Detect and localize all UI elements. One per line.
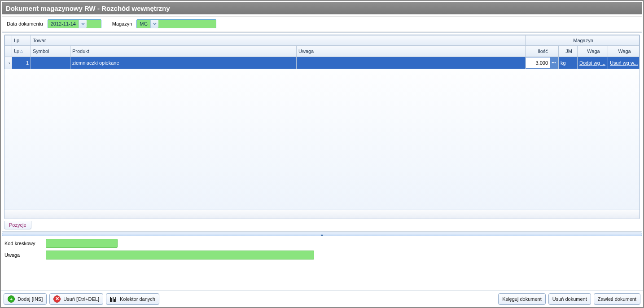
date-label: Data dokumentu	[5, 21, 45, 26]
warehouse-value: MG	[137, 21, 150, 26]
delete-document-label: Usuń dokument	[552, 296, 587, 302]
collector-button-label: Kolektor danych	[120, 296, 155, 302]
table-row[interactable]: › 1 ziemniaczki opiekane 3.000 ••• kg	[5, 57, 640, 69]
cell-lp[interactable]: 1	[12, 57, 31, 69]
col-header-lp[interactable]: Lp△	[12, 46, 31, 57]
suspend-document-label: Zawieś dokument	[598, 296, 636, 302]
group-header-magazyn[interactable]: Magazyn	[526, 35, 640, 46]
tab-pozycje[interactable]: Pozycje	[4, 221, 31, 229]
col-header-ilosc[interactable]: Ilość	[526, 46, 559, 57]
col-header-waga2[interactable]: Waga	[608, 46, 640, 57]
post-document-button[interactable]: Księguj dokument	[498, 293, 545, 305]
col-header-uwaga[interactable]: Uwaga	[297, 46, 526, 57]
warehouse-dropdown-button[interactable]	[150, 20, 158, 28]
splitter-grip-icon: ▲	[320, 233, 324, 236]
cell-uwaga[interactable]	[297, 57, 526, 69]
date-dropdown-button[interactable]	[79, 20, 87, 28]
remove-button[interactable]: ✕ Usuń [Ctrl+DEL]	[49, 293, 103, 305]
plus-icon: +	[8, 295, 15, 303]
date-select[interactable]: 2012-11-14	[48, 19, 101, 28]
col-header-waga1[interactable]: Waga	[578, 46, 608, 57]
col-header-symbol[interactable]: Symbol	[31, 46, 70, 57]
chevron-down-icon	[81, 22, 85, 26]
col-header-indicator[interactable]	[5, 46, 12, 57]
footer-toolbar: + Dodaj [INS] ✕ Usuń [Ctrl+DEL] Kolektor…	[1, 290, 643, 307]
bottom-form: Kod kreskowy Uwaga	[1, 236, 643, 290]
warehouse-label: Magazyn	[110, 21, 134, 26]
grid-footer-strip	[4, 210, 640, 219]
add-button-label: Dodaj [INS]	[18, 296, 43, 302]
horizontal-splitter[interactable]: ▲	[2, 233, 642, 236]
group-header-row: Lp Towar Magazyn	[5, 35, 640, 46]
note-input[interactable]	[46, 251, 314, 260]
group-header-empty[interactable]	[5, 35, 12, 46]
add-button[interactable]: + Dodaj [INS]	[4, 293, 47, 305]
col-header-jm[interactable]: JM	[559, 46, 578, 57]
grid-tabs: Pozycje	[4, 221, 640, 229]
grid-inner: Lp Towar Magazyn Lp△ Symbol Produkt Uwag…	[4, 35, 640, 219]
row-indicator: ›	[5, 57, 12, 69]
ilosc-lookup-button[interactable]: •••	[550, 57, 558, 68]
group-header-towar[interactable]: Towar	[31, 35, 526, 46]
delete-icon: ✕	[53, 295, 61, 303]
col-header-produkt[interactable]: Produkt	[70, 46, 297, 57]
sort-asc-icon: △	[20, 49, 23, 53]
cell-waga-remove[interactable]: Usuń wg w...	[608, 57, 640, 69]
remove-button-label: Usuń [Ctrl+DEL]	[63, 296, 99, 302]
items-table[interactable]: Lp Towar Magazyn Lp△ Symbol Produkt Uwag…	[4, 35, 640, 69]
grid-wrapper: Lp Towar Magazyn Lp△ Symbol Produkt Uwag…	[2, 32, 642, 232]
post-document-label: Księguj dokument	[502, 296, 541, 302]
window-title: Dokument magazynowy RW - Rozchód wewnętr…	[6, 4, 170, 12]
cell-waga-add[interactable]: Dodaj wg ...	[578, 57, 608, 69]
barcode-icon	[110, 296, 117, 302]
cell-produkt[interactable]: ziemniaczki opiekane	[70, 57, 297, 69]
column-header-row: Lp△ Symbol Produkt Uwaga Ilość JM Waga W…	[5, 46, 640, 57]
suspend-document-button[interactable]: Zawieś dokument	[594, 293, 640, 305]
date-value: 2012-11-14	[48, 21, 79, 26]
barcode-input[interactable]	[46, 239, 118, 248]
chevron-down-icon	[153, 22, 157, 26]
grid-empty-area[interactable]	[4, 69, 640, 210]
note-label: Uwaga	[4, 252, 46, 258]
cell-ilosc[interactable]: 3.000 •••	[526, 57, 559, 69]
collector-button[interactable]: Kolektor danych	[106, 293, 159, 305]
barcode-label: Kod kreskowy	[4, 241, 46, 246]
header-form: Data dokumentu 2012-11-14 Magazyn MG	[2, 16, 642, 31]
ilosc-value: 3.000	[526, 57, 550, 68]
document-window: Dokument magazynowy RW - Rozchód wewnętr…	[0, 0, 644, 308]
title-bar: Dokument magazynowy RW - Rozchód wewnętr…	[2, 2, 642, 14]
delete-document-button[interactable]: Usuń dokument	[548, 293, 591, 305]
group-header-lp[interactable]: Lp	[12, 35, 31, 46]
warehouse-select[interactable]: MG	[136, 19, 216, 28]
cell-symbol[interactable]	[31, 57, 70, 69]
cell-jm[interactable]: kg	[559, 57, 578, 69]
